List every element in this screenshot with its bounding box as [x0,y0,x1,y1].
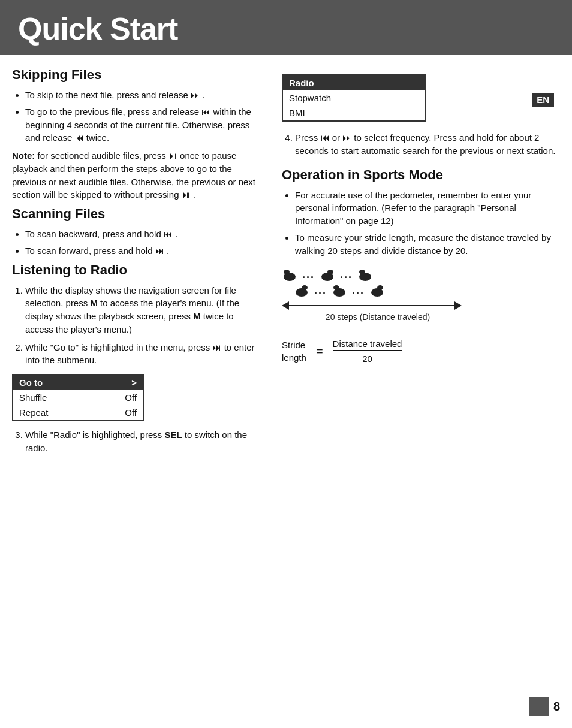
menu-row-highlight: Radio [283,75,425,90]
sports-mode-section: Operation in Sports Mode For accurate us… [282,167,560,258]
footstep-icon [282,268,297,281]
distance-arrow [282,301,462,310]
stride-label-line1: Stride [282,339,306,351]
menu-row-normal: Shuffle Off [13,390,143,405]
menu-row-normal: Repeat Off [13,405,143,420]
separator: ... [352,284,365,297]
page-number-area: 8 [529,697,560,716]
footstep-icon [320,268,335,281]
menu-cell: Stopwatch [283,90,425,105]
footsteps-row-1: ... ... [282,268,474,281]
stride-label-line2: length [282,351,306,364]
menu-cell: Repeat [13,405,95,420]
menu-row-normal: BMI [283,105,425,120]
skipping-files-title: Skipping Files [12,67,264,83]
radio-step4-list: Press ⏮ or ⏭ to select frequency. Press … [282,131,560,158]
page-header: Quick Start [0,0,572,55]
main-content: Skipping Files To skip to the next file,… [0,67,572,460]
list-item: To scan forward, press and hold ⏭ . [25,244,264,258]
svg-point-5 [359,270,365,274]
skipping-files-section: Skipping Files To skip to the next file,… [12,67,264,201]
menu-cell: Radio [283,75,425,90]
goto-menu-table: Go to > Shuffle Off Repeat Off [13,375,143,420]
stride-length-label: Stride length [282,339,306,364]
list-item: To scan backward, press and hold ⏮ . [25,228,264,241]
separator: ... [314,284,327,297]
stride-fraction: Distance traveled 20 [333,339,402,364]
menu-cell: > [95,375,143,390]
note-label: Note: [12,150,35,161]
denominator: 20 [362,352,372,364]
list-item: For accurate use of the pedometer, remem… [295,189,560,228]
footstep-icon [357,268,373,281]
scanning-files-title: Scanning Files [12,206,264,222]
arrow-right-icon [454,301,462,310]
list-item: While "Go to" is highlighted in the menu… [25,341,264,367]
listening-radio-title: Listening to Radio [12,262,264,278]
equals-sign: = [316,345,323,358]
skipping-files-list: To skip to the next file, press and rele… [12,89,264,144]
list-item: Press ⏮ or ⏭ to select frequency. Press … [295,131,560,158]
menu-cell: Off [95,390,143,405]
footsteps-row-2: ... ... [294,283,474,297]
menu-row-normal: Stopwatch [283,90,425,105]
footstep-icon [294,283,309,297]
page-number: 8 [553,700,560,714]
list-item: To skip to the next file, press and rele… [25,89,264,102]
radio-menu-table: Radio Stopwatch BMI [283,75,425,120]
stride-formula: Stride length = Distance traveled 20 [282,339,560,364]
svg-point-3 [327,270,333,274]
svg-point-11 [377,285,383,290]
sports-mode-title: Operation in Sports Mode [282,167,560,183]
numerator: Distance traveled [333,339,402,351]
left-column: Skipping Files To skip to the next file,… [12,67,276,460]
listening-radio-section: Listening to Radio While the display sho… [12,262,264,455]
skipping-note: Note: for sectioned audible files, press… [12,149,264,201]
right-column: Radio Stopwatch BMI Press ⏮ or ⏭ to sele… [276,67,560,460]
list-item: To go to the previous file, press and re… [25,105,264,144]
list-item: While the display shows the navigation s… [25,284,264,336]
separator: ... [302,268,315,281]
page-title: Quick Start [18,11,554,47]
steps-label: 20 steps (Distance traveled) [282,312,474,322]
menu-row-highlight: Go to > [13,375,143,390]
sports-mode-list: For accurate use of the pedometer, remem… [282,189,560,258]
scanning-files-list: To scan backward, press and hold ⏮ . To … [12,228,264,258]
menu-cell: Off [95,405,143,420]
menu-cell: Go to [13,375,95,390]
svg-point-7 [302,285,308,290]
language-badge: EN [532,93,554,107]
footstep-icon [369,283,385,297]
radio-menu-box: Radio Stopwatch BMI [282,74,426,122]
svg-point-1 [284,270,290,274]
arrow-line [289,305,454,306]
arrow-left-icon [282,301,289,310]
list-item: While "Radio" is highlighted, press SEL … [25,428,264,455]
scanning-files-section: Scanning Files To scan backward, press a… [12,206,264,258]
menu-cell: Shuffle [13,390,95,405]
menu-cell: BMI [283,105,425,120]
svg-point-9 [333,285,339,290]
listening-radio-list: While the display shows the navigation s… [12,284,264,367]
page-square [529,697,549,716]
separator: ... [340,268,353,281]
listening-radio-list-continued: While "Radio" is highlighted, press SEL … [12,428,264,455]
steps-diagram: ... ... ... [282,268,474,322]
goto-menu-box: Go to > Shuffle Off Repeat Off [12,374,144,421]
footstep-icon [332,283,347,297]
list-item: To measure your stride length, measure t… [295,231,560,258]
